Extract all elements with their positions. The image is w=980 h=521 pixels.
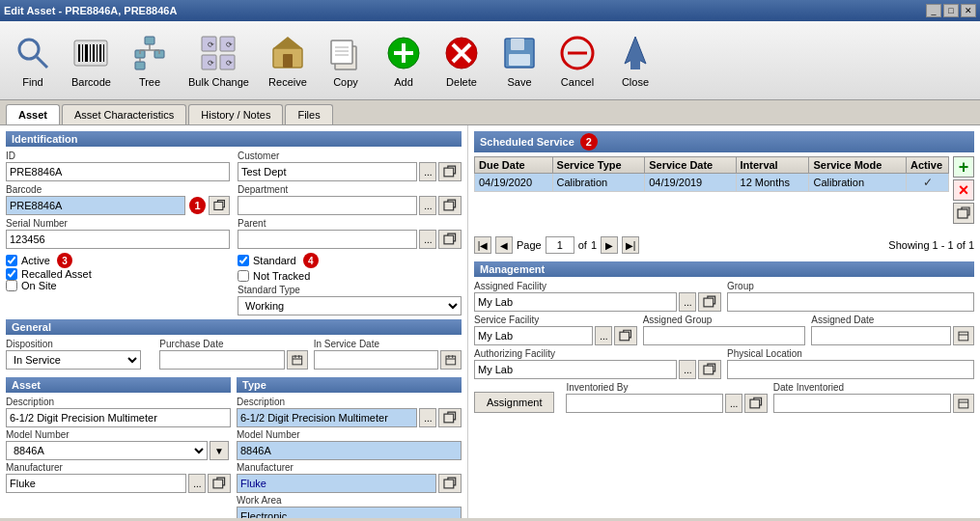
assigned-facility-open[interactable]	[698, 292, 721, 312]
standard-type-select[interactable]: Working	[238, 296, 462, 315]
svg-rect-62	[444, 414, 454, 423]
barcode-open-button[interactable]	[209, 196, 230, 215]
type-desc-browse[interactable]: ...	[419, 408, 436, 427]
page-first-button[interactable]: |◀	[474, 236, 491, 254]
asset-section: Asset Description Model Number 8846A ▼ M…	[6, 373, 231, 518]
type-desc-open[interactable]	[438, 408, 462, 427]
not-tracked-checkbox[interactable]	[238, 270, 249, 282]
inventoried-by-group: Inventoried By ...	[566, 382, 767, 413]
customer-open-button[interactable]	[438, 162, 462, 181]
authorizing-facility-input[interactable]	[474, 360, 677, 379]
tab-history-notes[interactable]: History / Notes	[188, 104, 283, 124]
type-model-input[interactable]	[237, 441, 462, 460]
recalled-checkbox[interactable]	[6, 268, 17, 280]
maximize-button[interactable]: □	[943, 4, 959, 17]
date-inventoried-input[interactable]	[773, 394, 952, 413]
page-number-input[interactable]	[546, 236, 574, 254]
showing-text: Showing 1 - 1 of 1	[888, 239, 974, 251]
tab-asset[interactable]: Asset	[6, 104, 60, 124]
parent-browse-button[interactable]: ...	[419, 230, 436, 249]
purchase-date-label: Purchase Date	[159, 339, 307, 349]
svg-point-0	[19, 40, 39, 59]
assigned-date-input[interactable]	[811, 326, 951, 345]
asset-desc-input[interactable]	[6, 408, 231, 427]
onsite-checkbox[interactable]	[6, 280, 17, 291]
group-input[interactable]	[727, 292, 974, 312]
tab-asset-characteristics[interactable]: Asset Characteristics	[62, 104, 186, 124]
barcode-button[interactable]: Barcode	[64, 30, 119, 92]
page-next-button[interactable]: ▶	[601, 236, 618, 254]
type-mfr-open[interactable]	[438, 474, 462, 493]
barcode-input[interactable]	[6, 196, 185, 215]
toolbar: Find Barcode	[0, 21, 980, 100]
assigned-group-input[interactable]	[643, 326, 806, 345]
window-controls[interactable]: _ □ ✕	[926, 4, 976, 17]
service-facility-browse[interactable]: ...	[595, 326, 612, 345]
customer-browse-button[interactable]: ...	[419, 162, 436, 181]
cancel-button[interactable]: Cancel	[550, 30, 604, 92]
purchase-date-picker[interactable]	[287, 350, 308, 370]
assigned-date-picker[interactable]	[953, 326, 974, 345]
service-add-button[interactable]: +	[953, 156, 974, 178]
asset-model-dropdown[interactable]: ▼	[210, 441, 229, 460]
receive-button[interactable]: Receive	[261, 30, 315, 92]
department-open-button[interactable]	[438, 196, 462, 215]
tree-button[interactable]: Tree	[123, 30, 177, 92]
inventoried-by-open[interactable]	[744, 394, 768, 413]
service-open-button[interactable]	[953, 203, 974, 224]
inventoried-by-input[interactable]	[566, 394, 723, 413]
type-desc-label: Description	[237, 397, 462, 407]
assigned-facility-browse[interactable]: ...	[679, 292, 696, 312]
add-button[interactable]: Add	[377, 30, 431, 92]
date-inventoried-label: Date Inventoried	[773, 382, 974, 393]
asset-mfr-input[interactable]	[6, 474, 186, 493]
standard-checkbox[interactable]	[238, 255, 249, 266]
assignment-button[interactable]: Assignment	[474, 392, 554, 413]
add-icon	[384, 34, 423, 72]
bulk-change-icon: ⟳ ⟳ ⟳ ⟳	[199, 34, 238, 72]
department-input[interactable]	[238, 196, 417, 215]
date-inventoried-picker[interactable]	[953, 394, 974, 413]
type-workarea-input[interactable]	[237, 507, 462, 518]
asset-mfr-browse[interactable]: ...	[188, 474, 206, 493]
page-prev-button[interactable]: ◀	[495, 236, 513, 254]
find-button[interactable]: Find	[6, 30, 60, 92]
authorizing-facility-open[interactable]	[698, 360, 721, 379]
service-delete-button[interactable]: ×	[953, 179, 974, 201]
parent-input[interactable]	[238, 230, 417, 249]
department-browse-button[interactable]: ...	[419, 196, 436, 215]
bulk-change-button[interactable]: ⟳ ⟳ ⟳ ⟳ Bulk Change	[181, 30, 257, 92]
standard-type-group: Standard 4 Not Tracked Standard Type Wor…	[238, 253, 462, 315]
service-facility-input[interactable]	[474, 326, 593, 345]
type-desc-input[interactable]	[237, 408, 417, 427]
id-input[interactable]	[6, 162, 230, 181]
assigned-facility-input[interactable]	[474, 292, 677, 312]
parent-open-button[interactable]	[438, 230, 462, 249]
asset-mfr-open[interactable]	[208, 474, 231, 493]
close-button[interactable]: Close	[608, 30, 662, 92]
serial-input[interactable]	[6, 230, 230, 249]
physical-location-input[interactable]	[727, 360, 974, 379]
checkboxes-group: Active 3 Recalled Asset On Site	[6, 253, 230, 315]
authorizing-facility-browse[interactable]: ...	[679, 360, 696, 379]
customer-input[interactable]	[238, 162, 417, 181]
minimize-button[interactable]: _	[926, 4, 941, 17]
scheduled-service-title: Scheduled Service	[480, 136, 574, 148]
active-checkbox[interactable]	[6, 255, 17, 266]
disposition-select[interactable]: In Service Out of Service Retired	[6, 350, 141, 370]
service-facility-open[interactable]	[614, 326, 636, 345]
page-last-button[interactable]: ▶|	[622, 236, 639, 254]
tab-files[interactable]: Files	[285, 104, 332, 124]
inservice-date-picker[interactable]	[440, 350, 462, 370]
type-mfr-input[interactable]	[237, 474, 436, 493]
delete-button[interactable]: Delete	[434, 30, 489, 92]
asset-model-select[interactable]: 8846A	[6, 441, 208, 460]
inventoried-by-browse[interactable]: ...	[725, 394, 742, 413]
save-button[interactable]: Save	[492, 30, 546, 92]
inservice-date-input[interactable]	[314, 350, 439, 370]
copy-button[interactable]: Copy	[319, 30, 373, 92]
close-button[interactable]: ✕	[961, 4, 976, 17]
purchase-date-input[interactable]	[159, 350, 285, 370]
mgmt-row4: Assignment Inventoried By ... Date Inven…	[474, 382, 974, 413]
service-row[interactable]: 04/19/2020 Calibration 04/19/2019 12 Mon…	[475, 174, 949, 192]
